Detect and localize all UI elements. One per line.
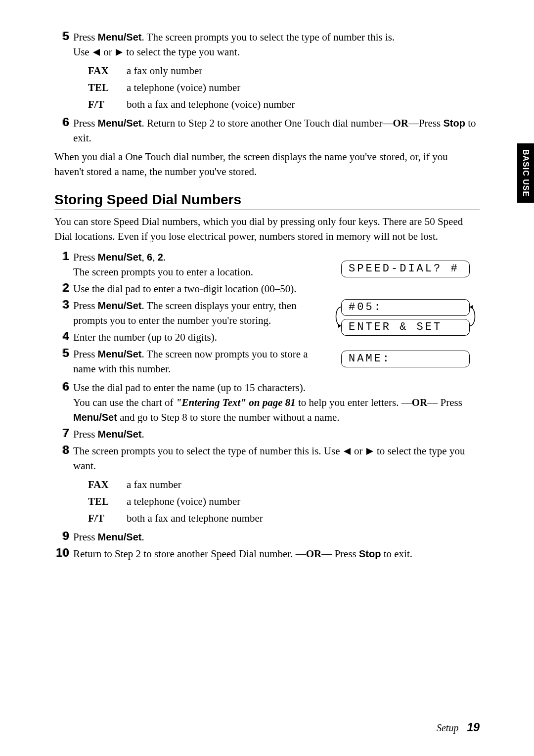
step-5-top: 55 Press Menu/Set. The screen prompts yo… <box>54 30 480 59</box>
lcd-display: #05: <box>341 299 470 316</box>
text: Press <box>73 531 98 543</box>
text: Press <box>73 348 98 360</box>
step-number: 11 <box>63 250 69 263</box>
key-6: 6 <box>147 252 152 263</box>
svg-marker-1 <box>470 305 473 309</box>
text: Press <box>73 300 98 311</box>
step-4: 44 Enter the number (up to 20 digits). <box>54 330 332 345</box>
step-6-top: 66 Press Menu/Set. Return to Step 2 to s… <box>54 116 480 145</box>
step-9: 99 Press Menu/Set. <box>54 530 480 544</box>
step-number: 55 <box>63 30 69 43</box>
step-3: 33 Press Menu/Set. The screen displays y… <box>54 298 332 328</box>
text: or <box>352 445 365 457</box>
text: . <box>142 531 144 543</box>
text: or <box>101 46 115 58</box>
section-intro: You can store Speed Dial numbers, which … <box>54 214 480 244</box>
text: . <box>163 251 166 263</box>
step-5: 55 Press Menu/Set. The screen now prompt… <box>54 347 332 376</box>
menuset-key: Menu/Set <box>98 532 142 542</box>
def-desc: both a fax and telephone (voice) number <box>127 96 480 113</box>
step-number: 55 <box>63 347 69 359</box>
text: to select the type you want. <box>124 46 240 58</box>
step-7: 77 Press Menu/Set. <box>54 427 480 442</box>
text: Press <box>73 117 98 129</box>
text: to exit. <box>381 548 412 560</box>
text: and go to Step 8 to store the number wit… <box>117 411 340 423</box>
number-type-def-list: FAXa fax only number TELa telephone (voi… <box>88 62 480 113</box>
step-8: 88 The screen prompts you to select the … <box>54 444 480 473</box>
number-type-def-list-2: FAXa fax number TELa telephone (voice) n… <box>88 476 480 527</box>
page-content: 55 Press Menu/Set. The screen prompts yo… <box>0 0 534 561</box>
step-number: 33 <box>63 298 69 311</box>
text: , <box>152 251 158 263</box>
def-desc: a fax only number <box>127 62 480 79</box>
text: Use <box>73 46 92 58</box>
text: — Press <box>321 548 359 560</box>
cross-ref: "Entering Text" on page 81 <box>176 397 296 408</box>
text: Return to Step 2 to store another Speed … <box>73 548 306 560</box>
menuset-key: Menu/Set <box>98 32 142 43</box>
text: Press <box>73 251 98 263</box>
step-number: 66 <box>63 380 69 393</box>
def-desc: a telephone (voice) number <box>127 493 480 510</box>
def-desc: both a fax and telephone number <box>127 510 480 527</box>
or-label: OR <box>306 548 322 560</box>
lcd-column: SPEED-DIAL? # #05: ENTER & SET NAME: <box>341 248 480 378</box>
step-6: 66 Use the dial pad to enter the name (u… <box>54 380 480 425</box>
step-10: 1010 Return to Step 2 to store another S… <box>54 546 480 561</box>
text: Use the dial pad to enter a two-digit lo… <box>71 281 332 296</box>
or-label: OR <box>393 117 408 129</box>
step-number: 44 <box>63 330 69 343</box>
footer-page-number: 19 <box>467 721 480 734</box>
step-number: 99 <box>63 530 69 542</box>
step-1: 11 Press Menu/Set, 6, 2. The screen prom… <box>54 250 332 279</box>
stop-key: Stop <box>443 118 465 129</box>
text: The screen prompts you to enter a locati… <box>73 266 253 278</box>
def-term: F/T <box>88 510 127 527</box>
right-arrow-icon <box>366 448 373 455</box>
or-label: OR <box>412 397 428 408</box>
text: —Press <box>408 117 444 129</box>
def-term: TEL <box>88 79 127 96</box>
def-term: FAX <box>88 476 127 493</box>
def-term: F/T <box>88 96 127 113</box>
step-number: 88 <box>63 444 69 456</box>
menuset-key: Menu/Set <box>98 300 142 311</box>
key-2: 2 <box>158 252 163 263</box>
page-footer: Setup 19 <box>437 721 480 734</box>
lcd-display: ENTER & SET <box>341 319 470 336</box>
def-desc: a fax number <box>127 476 480 493</box>
left-arrow-icon <box>344 448 351 455</box>
stop-key: Stop <box>359 548 381 559</box>
footer-section: Setup <box>437 722 458 733</box>
text: . Return to Step 2 to store another One … <box>142 117 393 129</box>
text: The screen prompts you to select the typ… <box>73 445 343 457</box>
lcd-display: SPEED-DIAL? # <box>341 261 470 277</box>
text: . The screen prompts you to select the t… <box>142 31 395 43</box>
text: Enter the number (up to 20 digits). <box>71 330 332 345</box>
text: Press <box>73 428 98 440</box>
text: to help you enter letters. — <box>296 397 412 408</box>
step-number: 66 <box>63 116 69 129</box>
note-paragraph: When you dial a One Touch dial number, t… <box>54 149 480 179</box>
step-2: 22 Use the dial pad to enter a two-digit… <box>54 281 332 296</box>
left-arrow-icon <box>93 49 100 56</box>
text: You can use the chart of <box>73 397 176 408</box>
step-number: 77 <box>63 427 69 440</box>
step-number: 1010 <box>56 546 69 559</box>
section-heading: Storing Speed Dial Numbers <box>54 192 480 210</box>
text: Use the dial pad to enter the name (up t… <box>73 382 306 394</box>
menuset-key: Menu/Set <box>98 118 142 129</box>
step-number: 22 <box>63 281 69 294</box>
menuset-key: Menu/Set <box>73 412 117 423</box>
text: — Press <box>427 397 462 408</box>
text: . <box>142 428 144 440</box>
text: , <box>142 251 147 263</box>
def-desc: a telephone (voice) number <box>127 79 480 96</box>
menuset-key: Menu/Set <box>98 429 142 440</box>
menuset-key: Menu/Set <box>98 252 142 263</box>
right-arrow-icon <box>116 49 123 56</box>
lcd-display: NAME: <box>341 351 470 367</box>
menuset-key: Menu/Set <box>98 349 142 359</box>
def-term: TEL <box>88 493 127 510</box>
